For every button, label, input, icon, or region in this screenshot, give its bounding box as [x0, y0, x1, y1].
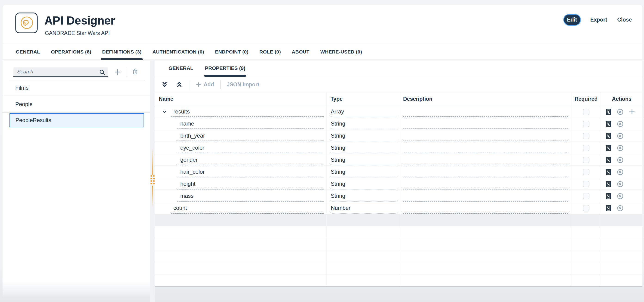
chevron-down-icon[interactable] [162, 109, 167, 114]
property-row: results Array [155, 106, 642, 118]
tab-about[interactable]: ABOUT [292, 44, 310, 60]
property-type-select[interactable]: Array [330, 107, 398, 117]
search-input[interactable] [14, 67, 108, 77]
edit-button[interactable]: Edit [564, 15, 580, 25]
required-checkbox[interactable] [583, 169, 590, 175]
required-checkbox[interactable] [583, 145, 590, 151]
tab-operations[interactable]: OPERATIONS (8) [51, 44, 91, 60]
column-header-type: Type [327, 92, 400, 106]
detail-view-icon[interactable] [605, 120, 612, 127]
detail-view-icon[interactable] [605, 181, 612, 188]
tab-definitions[interactable]: DEFINITIONS (3) [102, 44, 142, 60]
remove-icon[interactable] [617, 157, 624, 164]
export-button[interactable]: Export [590, 17, 607, 23]
search-icon[interactable] [99, 69, 106, 76]
add-child-icon[interactable] [628, 108, 636, 115]
property-name-input[interactable]: gender [177, 155, 324, 165]
splitter-grip-dots[interactable] [150, 175, 155, 184]
property-type-select[interactable]: String [330, 179, 398, 190]
property-row: mass String [155, 190, 642, 202]
property-type-select[interactable]: String [330, 191, 398, 202]
required-checkbox[interactable] [583, 109, 590, 115]
property-description-input[interactable] [403, 143, 568, 153]
panel-tab-bar: GENERAL PROPERTIES (9) [155, 60, 642, 77]
plus-icon [196, 82, 202, 88]
property-type-select[interactable]: String [330, 131, 398, 141]
property-description-input[interactable] [403, 107, 568, 117]
property-name-input[interactable]: name [177, 119, 324, 129]
empty-row-highlighted [155, 214, 642, 226]
required-checkbox[interactable] [583, 193, 590, 199]
detail-view-icon[interactable] [605, 108, 612, 115]
detail-view-icon[interactable] [605, 144, 612, 152]
tab-endpoint[interactable]: ENDPOINT (0) [215, 44, 248, 60]
sidebar-item-films[interactable]: Films [2, 80, 150, 96]
sidebar-item-peopleresults[interactable]: PeopleResults [10, 113, 144, 127]
tab-role[interactable]: ROLE (0) [259, 44, 281, 60]
required-checkbox[interactable] [583, 181, 590, 187]
required-checkbox[interactable] [583, 205, 590, 211]
required-checkbox[interactable] [583, 157, 590, 163]
detail-view-icon[interactable] [605, 132, 612, 139]
property-description-input[interactable] [403, 119, 568, 129]
collapse-all-icon[interactable] [176, 81, 183, 88]
property-name-input[interactable]: hair_color [177, 167, 324, 177]
remove-icon[interactable] [617, 181, 624, 188]
delete-definition-icon[interactable] [132, 68, 139, 76]
sidebar-item-people[interactable]: People [2, 96, 150, 112]
property-description-input[interactable] [403, 167, 568, 177]
json-import-button[interactable]: JSON Import [227, 82, 259, 88]
tab-panel-general[interactable]: GENERAL [168, 60, 194, 77]
property-row: count Number [155, 202, 642, 214]
detail-view-icon[interactable] [605, 157, 612, 164]
column-header-description: Description [400, 92, 572, 106]
property-row: height String [155, 178, 642, 190]
properties-toolbar: Add JSON Import [155, 77, 642, 92]
detail-view-icon[interactable] [605, 193, 612, 200]
property-type-select[interactable]: Number [330, 203, 398, 214]
expand-all-icon[interactable] [161, 81, 168, 88]
property-name-input[interactable]: height [177, 179, 324, 190]
column-header-name: Name [155, 92, 327, 106]
required-checkbox[interactable] [583, 133, 590, 139]
search-field-wrap [14, 67, 108, 77]
required-checkbox[interactable] [583, 121, 590, 127]
property-description-input[interactable] [403, 179, 568, 190]
detail-view-icon[interactable] [605, 205, 612, 212]
property-description-input[interactable] [403, 203, 568, 214]
remove-icon[interactable] [617, 108, 624, 115]
property-name-input[interactable]: birth_year [177, 131, 324, 141]
remove-icon[interactable] [617, 193, 624, 200]
property-type-select[interactable]: String [330, 167, 398, 177]
add-definition-icon[interactable] [114, 68, 121, 76]
tab-panel-properties[interactable]: PROPERTIES (9) [205, 60, 246, 77]
remove-icon[interactable] [617, 144, 624, 152]
property-description-input[interactable] [403, 155, 568, 165]
remove-icon[interactable] [617, 169, 624, 176]
empty-row [155, 262, 642, 274]
close-button[interactable]: Close [617, 17, 632, 23]
property-name-input[interactable]: mass [177, 191, 324, 202]
header-actions: Edit Export Close [564, 14, 632, 25]
splitter-handle[interactable] [150, 60, 155, 302]
detail-view-icon[interactable] [605, 169, 612, 176]
property-type-select[interactable]: String [330, 155, 398, 165]
tab-general[interactable]: GENERAL [16, 44, 40, 60]
remove-icon[interactable] [617, 205, 624, 212]
property-description-input[interactable] [403, 191, 568, 202]
add-property-button[interactable]: Add [196, 82, 214, 88]
empty-row [155, 238, 642, 250]
property-name-input[interactable]: results [171, 107, 324, 117]
property-description-input[interactable] [403, 131, 568, 141]
property-type-select[interactable]: String [330, 119, 398, 129]
tab-authentication[interactable]: AUTHENTICATION (0) [152, 44, 204, 60]
app-logo-icon [15, 13, 38, 33]
splitter-grip-line [152, 148, 153, 175]
property-type-select[interactable]: String [330, 143, 398, 153]
app-header: API Designer GANDRADE Star Wars API Edit… [2, 5, 642, 44]
remove-icon[interactable] [617, 132, 624, 139]
remove-icon[interactable] [617, 120, 624, 127]
property-name-input[interactable]: eye_color [177, 143, 324, 153]
tab-where-used[interactable]: WHERE-USED (0) [320, 44, 362, 60]
property-name-input[interactable]: count [171, 203, 324, 214]
